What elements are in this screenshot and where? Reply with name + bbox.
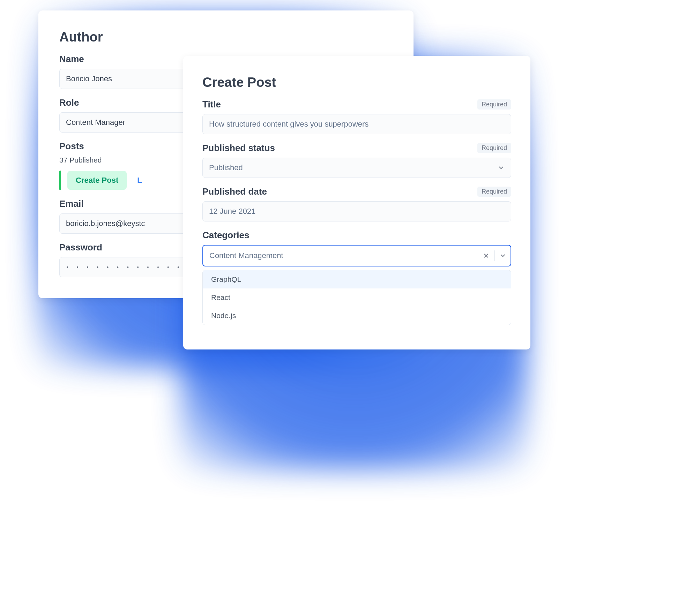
status-field: Published status Required Published — [202, 143, 511, 178]
dropdown-option[interactable]: Node.js — [203, 307, 511, 325]
date-field: Published date Required 12 June 2021 — [202, 186, 511, 221]
title-input[interactable]: How structured content gives you superpo… — [202, 114, 511, 134]
create-post-card: Create Post Title Required How structure… — [183, 56, 530, 349]
password-label: Password — [59, 242, 102, 253]
title-label: Title — [202, 99, 221, 110]
categories-select[interactable]: Content Management — [202, 245, 511, 266]
name-value: Boricio Jones — [66, 74, 112, 83]
posts-label: Posts — [59, 141, 84, 152]
date-value: 12 June 2021 — [209, 207, 255, 216]
title-required-badge: Required — [477, 99, 511, 110]
categories-label: Categories — [202, 230, 249, 241]
status-label: Published status — [202, 143, 275, 153]
select-controls — [483, 250, 507, 261]
title-field: Title Required How structured content gi… — [202, 99, 511, 134]
author-card-title: Author — [59, 30, 393, 45]
role-label: Role — [59, 97, 79, 108]
categories-dropdown: GraphQL React Node.js — [202, 270, 511, 325]
status-required-badge: Required — [477, 143, 511, 153]
post-card-title: Create Post — [202, 75, 511, 90]
categories-field: Categories Content Management GraphQL Re… — [202, 230, 511, 325]
dropdown-option[interactable]: GraphQL — [203, 270, 511, 288]
accent-bar — [59, 171, 61, 190]
email-value: boricio.b.jones@keystc — [66, 219, 145, 228]
dropdown-option[interactable]: React — [203, 288, 511, 307]
name-label: Name — [59, 54, 84, 65]
categories-value: Content Management — [209, 251, 283, 260]
email-label: Email — [59, 198, 83, 209]
date-label: Published date — [202, 186, 267, 197]
status-value: Published — [209, 163, 243, 172]
date-required-badge: Required — [477, 187, 511, 197]
select-divider — [494, 250, 495, 261]
chevron-down-icon[interactable] — [499, 252, 506, 259]
title-value: How structured content gives you superpo… — [209, 120, 368, 129]
link-fragment[interactable]: L — [137, 176, 142, 185]
clear-icon[interactable] — [483, 253, 489, 259]
status-select[interactable]: Published — [202, 158, 511, 178]
chevron-down-icon — [498, 164, 505, 171]
role-value: Content Manager — [66, 118, 125, 127]
date-input[interactable]: 12 June 2021 — [202, 201, 511, 221]
create-post-button[interactable]: Create Post — [67, 171, 127, 190]
